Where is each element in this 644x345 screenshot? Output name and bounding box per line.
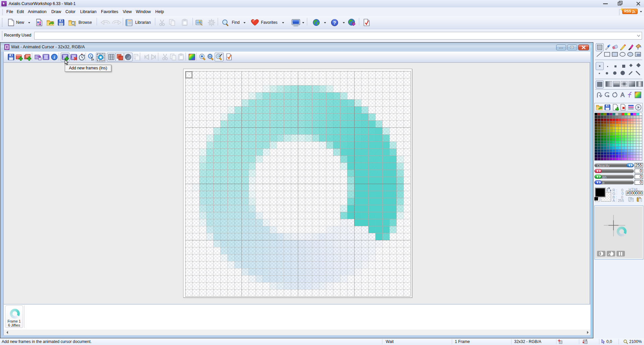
svg-text:?: ? [333, 20, 336, 25]
svg-text:A: A [621, 92, 625, 98]
svg-text:i: i [54, 55, 55, 60]
